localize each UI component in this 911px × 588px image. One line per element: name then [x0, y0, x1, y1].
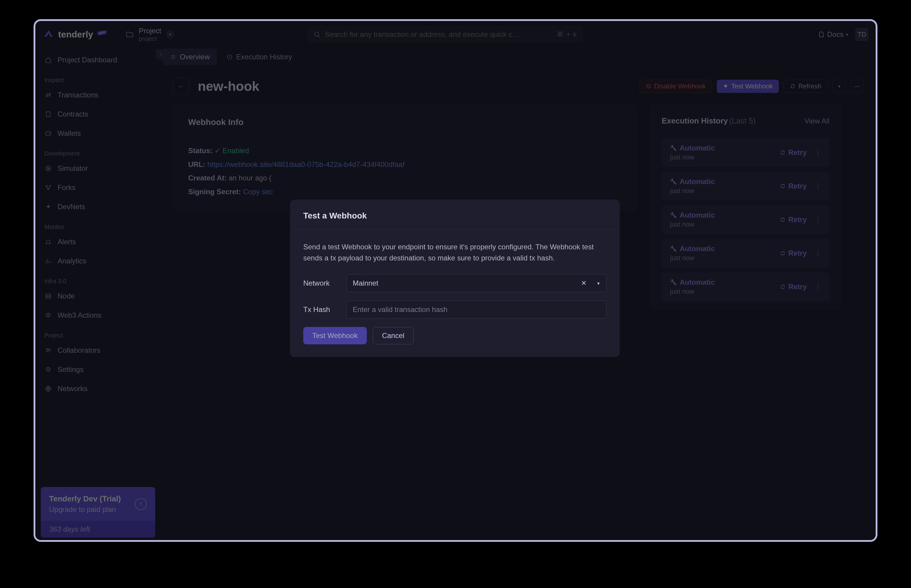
- chevron-down-icon: ▾: [597, 281, 600, 286]
- txhash-label: Tx Hash: [303, 305, 336, 314]
- network-select[interactable]: Mainnet ✕ ▾: [346, 274, 607, 292]
- modal-title: Test a Webhook: [290, 200, 620, 230]
- clear-icon[interactable]: ✕: [581, 279, 586, 287]
- modal-description: Send a test Webhook to your endpoint to …: [303, 241, 607, 263]
- modal-cancel-button[interactable]: Cancel: [373, 327, 414, 344]
- app-frame: tenderly DEV Project project ▾ ⌘ + k Doc…: [34, 19, 877, 542]
- network-label: Network: [303, 279, 336, 288]
- test-webhook-modal: Test a Webhook Send a test Webhook to yo…: [290, 200, 620, 357]
- txhash-input[interactable]: [346, 300, 607, 318]
- modal-test-webhook-button[interactable]: Test Webhook: [303, 327, 367, 344]
